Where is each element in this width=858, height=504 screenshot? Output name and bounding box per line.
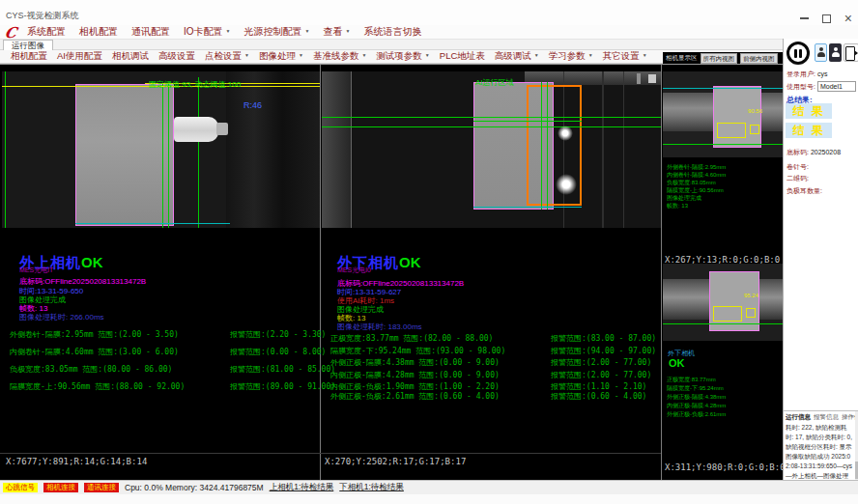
menu-comm-config[interactable]: 通讯配置 — [125, 25, 177, 39]
left-camera-canvas[interactable]: 固定阈值:93, 动态阈值:100 R:46 — [2, 71, 320, 228]
machine-background — [226, 71, 320, 228]
thumb-info-line: 外侧正极-负极:2.61mm — [667, 410, 726, 419]
minimize-icon[interactable] — [800, 17, 809, 19]
thumb-info-line: 外侧正极-隔膜:4.38mm — [667, 393, 726, 402]
barcode-field-row: 底标码: 20250208 — [786, 148, 841, 157]
detection-box — [746, 308, 756, 318]
thumbnail-column: 90.56 外侧卷针-隔膜:2.95mm 内侧卷针-隔膜:4.60mm 负极宽度… — [663, 65, 783, 481]
separator-film-region — [709, 271, 759, 331]
measure-line — [473, 121, 582, 122]
roll-needle-label: 卷针号: — [786, 163, 809, 170]
user-button-selected[interactable] — [815, 43, 827, 62]
processing-time-text: 图像处理耗时: 183.00ms — [337, 322, 422, 332]
main-display-area: 固定阈值:93, 动态阈值:100 R:46 外上相机OK MES光电IT 底标… — [0, 64, 783, 480]
separator-film-region — [75, 84, 174, 226]
menu-io-config[interactable]: IO卡配置 — [177, 25, 238, 39]
machine-structure-line — [602, 71, 604, 228]
menu-system-config[interactable]: 系统配置 — [20, 25, 72, 39]
thumb-info-line: 隔膜宽度-下:95.24mm — [667, 384, 724, 393]
upper-camera-result[interactable]: 上相机1:待检结果 — [270, 482, 334, 493]
measure-line — [162, 84, 163, 228]
camera-link-badge: 相机连接 — [43, 483, 78, 492]
tool-advanced-debug[interactable]: 高级调试 — [490, 50, 544, 63]
view-all-inner-button[interactable]: 所有内视图 — [701, 53, 738, 64]
qrcode-row: 二维码: — [786, 174, 809, 183]
window-title: CYS-视觉检测系统 — [6, 10, 79, 22]
tool-advanced-settings[interactable]: 高级设置 — [154, 50, 200, 63]
tool-camera-debug[interactable]: 相机调试 — [107, 50, 154, 63]
barcode-field-label: 底标码: — [786, 149, 809, 155]
thumbnail-top-canvas[interactable]: 90.56 — [663, 71, 783, 157]
middle-camera-canvas[interactable]: AI运行区域 — [322, 71, 661, 228]
measure-line — [168, 84, 169, 228]
tab-count-label: 负极耳数量: — [786, 187, 822, 194]
user-button-dark[interactable] — [829, 43, 842, 62]
qrcode-label: 二维码: — [786, 175, 809, 182]
ai-region-label: AI运行区域 — [475, 77, 514, 88]
tool-spot-check[interactable]: 点检设置 — [200, 50, 254, 63]
heartbeat-status-badge: 心跳信号 — [3, 483, 38, 492]
thumb-info-line: 内侧正极-隔膜:4.28mm — [667, 402, 726, 410]
log-tab-alarm-info[interactable]: 报警信息 — [814, 413, 839, 422]
reference-line — [5, 71, 6, 228]
comm-link-badge: 通讯连接 — [84, 483, 119, 492]
nozzle-tip — [216, 123, 228, 135]
value-overlay: 95.24 — [744, 293, 758, 298]
titlebar: CYS-视觉检测系统 — [0, 0, 858, 25]
measurement-value: 内侧卷针-隔膜:4.60mm 范围:(3.00 - 6.00) — [10, 347, 179, 357]
tool-other-settings[interactable]: 其它设置 — [598, 50, 652, 63]
lower-camera-result[interactable]: 下相机1:待检结果 — [339, 482, 404, 493]
log-panel: 运行信息 报警信息 操作信息 耗时: 222, 缺陷检测耗时: 17, 缺陷分类… — [784, 410, 858, 480]
detection-box — [750, 125, 759, 134]
menu-light-config[interactable]: 光源控制配置 — [238, 25, 317, 39]
user-icon — [831, 47, 841, 58]
pause-button[interactable] — [786, 42, 810, 65]
baseline — [75, 223, 230, 224]
tabstrip: 运行图像 — [0, 40, 783, 50]
exit-button[interactable] — [844, 43, 858, 62]
bright-spot — [556, 174, 577, 195]
cursor-coordinates: X:7677;Y:891;R:14;G:14;B:14 — [6, 457, 147, 466]
measurement-value: 隔膜宽度-下:95.24mm 范围:(93.00 - 98.00) — [330, 346, 505, 356]
result-ok-text: OK — [399, 254, 421, 270]
tool-learning-params[interactable]: 学习参数 — [544, 50, 598, 63]
menu-view[interactable]: 查看 — [316, 25, 357, 39]
tool-camera-config[interactable]: 相机配置 — [6, 50, 52, 63]
measurement-value: 隔膜宽度-上:90.56mm 范围:(88.00 - 92.00) — [10, 381, 185, 392]
measurement-alarm: 报警范围:(2.00 - 77.00) — [551, 370, 651, 380]
mes-status-text: MES光电I0 — [337, 266, 371, 275]
tool-image-processing[interactable]: 图像处理 — [254, 50, 308, 63]
model-input[interactable]: Model1 — [817, 81, 856, 92]
tool-baseline-params[interactable]: 基准线参数 — [308, 50, 371, 63]
thumb-info-line: 正极宽度:83.77mm — [667, 376, 716, 384]
menu-camera-config[interactable]: 相机配置 — [72, 25, 125, 39]
measurement-alarm: 报警范围:(81.00 - 85.00) — [230, 364, 335, 375]
view-front-inner-button[interactable]: 前侧内视图 — [740, 53, 778, 64]
measure-line — [663, 323, 783, 324]
bottom-strip — [0, 494, 858, 504]
bright-fixture — [648, 74, 656, 83]
mes-status-text: MES光电IT — [19, 266, 53, 275]
measurement-alarm: 报警范围:(0.60 - 4.00) — [551, 391, 646, 402]
maximize-icon[interactable] — [822, 14, 831, 23]
cpu-memory-text: Cpu: 0.0% Memory: 3424.41796875M — [125, 483, 264, 492]
detection-box — [717, 123, 746, 138]
measurement-value: 负极宽度:83.05mm 范围:(80.00 - 86.00) — [10, 364, 172, 375]
machine-edge-line — [351, 71, 352, 228]
login-user-row: 登录用户: cys — [786, 70, 827, 79]
tool-ai-usage-config[interactable]: AI使用配置 — [52, 50, 107, 63]
log-tab-run-info[interactable]: 运行信息 — [786, 413, 811, 422]
menu-language-switch[interactable]: 系统语言切换 — [357, 25, 428, 39]
right-sidebar: 登录用户: cys 使用型号: Model1 总结果: 结 果 结 果 底标码:… — [783, 39, 858, 480]
measurement-value: 外侧正极-负极:2.61mm 范围:(0.60 - 4.00) — [330, 391, 500, 402]
measurement-alarm: 报警范围:(83.00 - 87.00) — [551, 333, 656, 344]
tool-plc-address-table[interactable]: PLC地址表 — [435, 50, 490, 63]
tab-count-row: 负极耳数量: — [786, 186, 822, 196]
measurement-alarm: 报警范围:(2.00 - 77.00) — [551, 357, 651, 368]
measure-line — [663, 144, 783, 145]
bright-spot — [558, 126, 573, 141]
tool-test-params[interactable]: 测试项参数 — [371, 50, 434, 63]
cursor-coordinates: X:311;Y:980;R:0;G:0;B:0 — [665, 462, 786, 472]
thumbnail-bottom-canvas[interactable]: 95.24 — [663, 264, 783, 341]
model-label: 使用型号: — [786, 83, 815, 90]
